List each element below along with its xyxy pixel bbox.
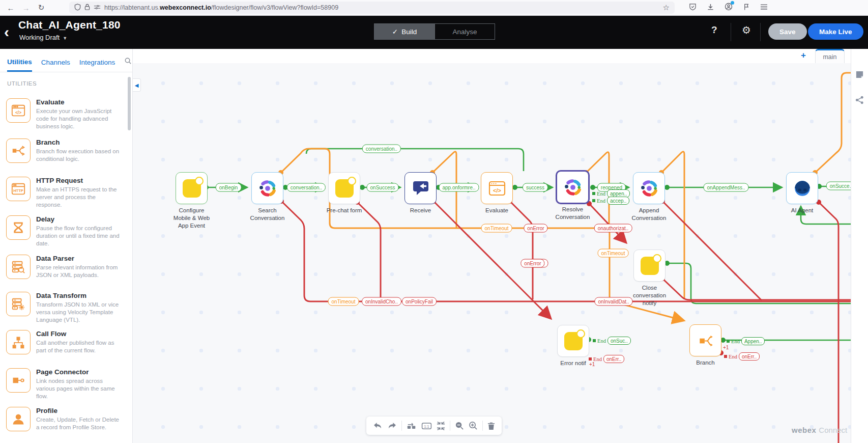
tab-analyse[interactable]: Analyse <box>435 24 495 39</box>
node-error-notif[interactable]: Error notif <box>557 325 589 357</box>
edge-label-onauthorizat[interactable]: onauthorizat.. <box>594 224 632 233</box>
conversation-logo-icon <box>640 179 659 198</box>
item-title: Page Connector <box>36 368 123 376</box>
item-title: HTTP Request <box>36 177 123 184</box>
downloads-icon[interactable] <box>707 3 714 13</box>
browser-back-icon[interactable]: ← <box>3 4 18 12</box>
node-resolve-conversation[interactable]: Resolve Conversation <box>556 170 590 204</box>
palette-item-evaluate[interactable]: </> EvaluateExecute your own JavaScript … <box>6 98 126 130</box>
help-button[interactable]: ? <box>711 24 717 36</box>
end-square-icon <box>724 355 727 358</box>
node-configure-mobile-web-app-event[interactable]: Configure Mobile & Web App Event <box>176 172 208 204</box>
palette-item-branch[interactable]: BranchBranch flow execution based on con… <box>6 139 126 163</box>
edge-label-conversation-top[interactable]: conversation.. <box>362 145 401 153</box>
panel-scrollbar[interactable] <box>128 77 131 130</box>
hourglass-icon <box>6 215 31 240</box>
bookmark-star-icon[interactable]: ☆ <box>663 3 670 12</box>
undo-icon[interactable] <box>373 422 383 430</box>
address-bar[interactable]: https://labtenant.us.webexconnect.io/flo… <box>69 2 675 14</box>
edge-label-onbegin[interactable]: onBegin <box>216 183 242 192</box>
make-live-button[interactable]: Make Live <box>808 23 863 40</box>
tab-integrations[interactable]: Integrations <box>79 59 115 71</box>
save-button[interactable]: Save <box>768 23 807 40</box>
reset-zoom-icon[interactable]: 1:1 <box>421 422 432 430</box>
edge-label-app-onformre[interactable]: app.onformre.. <box>439 183 479 192</box>
node-receive[interactable]: Receive <box>404 172 437 204</box>
back-chevron-icon[interactable]: ‹ <box>4 23 9 41</box>
shield-icon[interactable] <box>74 4 81 12</box>
redo-icon[interactable] <box>387 422 397 430</box>
permissions-icon[interactable] <box>94 4 101 11</box>
edge-label-oninvalidcho[interactable]: onInvalidCho.. <box>362 297 401 306</box>
palette-item-delay[interactable]: DelayPause the flow for configured durat… <box>6 215 126 247</box>
node-ai-agent[interactable]: AI Agent <box>786 172 818 204</box>
header-divider <box>731 23 731 41</box>
edge-label-onerror-mid[interactable]: onError <box>524 224 547 233</box>
server-gear-icon <box>6 292 31 316</box>
node-palette-panel: Utilities Channels Integrations UTILITIE… <box>0 49 133 443</box>
branch-icon <box>697 332 714 349</box>
tab-build[interactable]: ✓Build <box>374 24 435 39</box>
pocket-shield-icon[interactable] <box>689 3 697 13</box>
edge-label-onsucce[interactable]: onSucce.. <box>826 182 851 190</box>
svg-text:</>: </> <box>493 187 501 193</box>
tab-channels[interactable]: Channels <box>41 59 70 71</box>
item-title: Call Flow <box>36 330 123 338</box>
palette-item-profile[interactable]: ProfileCreate, Update, Fetch or Delete a… <box>6 407 126 431</box>
account-icon[interactable] <box>725 3 733 13</box>
edge-label-oninvaliddat[interactable]: onInvalidDat.. <box>594 297 632 306</box>
browser-reload-icon[interactable]: ↻ <box>34 3 49 12</box>
end-square-icon <box>593 339 596 342</box>
item-title: Data Parser <box>36 255 123 262</box>
edge-label-onerror-overlap-front[interactable]: onError <box>520 259 544 268</box>
node-label: Receive <box>388 207 454 214</box>
lock-icon[interactable] <box>84 4 90 12</box>
palette-item-data-parser[interactable]: Data ParserParse relevant information fr… <box>6 255 126 279</box>
node-search-conversation[interactable]: Search Conversation <box>251 172 283 204</box>
edge-label-conversation[interactable]: conversation.. <box>287 183 326 192</box>
node-evaluate[interactable]: </> Evaluate <box>481 172 513 204</box>
node-close-conversation-notify[interactable]: Close conversation notify <box>633 250 666 282</box>
org-chart-icon <box>6 330 31 354</box>
zoom-out-icon[interactable] <box>455 421 464 430</box>
code-window-icon: </> <box>6 98 31 123</box>
fit-to-screen-icon[interactable] <box>437 422 445 430</box>
palette-item-http-request[interactable]: HTTP HTTP RequestMake an HTTPS request t… <box>6 177 126 209</box>
edge-label-onappendmess[interactable]: onAppendMess.. <box>703 183 748 192</box>
item-desc: Make an HTTPS request to the server and … <box>36 186 123 209</box>
browser-action-icons <box>689 3 768 13</box>
delete-trash-icon[interactable] <box>487 422 495 430</box>
edge-label-ontimeout-vert[interactable]: onTimeout <box>598 249 629 258</box>
menu-hamburger-icon[interactable] <box>760 3 768 12</box>
notes-icon[interactable] <box>855 70 864 81</box>
auto-arrange-icon[interactable] <box>407 422 417 430</box>
edge-label-onsuccess[interactable]: onSuccess <box>367 183 399 192</box>
edge-label-ontimeout-low[interactable]: onTimeout <box>328 297 359 306</box>
item-desc: Call another published flow as part of t… <box>36 339 123 354</box>
tab-utilities[interactable]: Utilities <box>7 58 32 72</box>
extensions-icon[interactable] <box>743 3 750 13</box>
notify-icon <box>564 332 583 350</box>
version-dropdown[interactable]: Working Draft▼ <box>19 34 67 41</box>
end-square-icon <box>592 199 595 202</box>
zoom-in-icon[interactable] <box>469 421 478 430</box>
node-branch[interactable]: Branch <box>689 324 721 356</box>
server-search-icon <box>6 255 31 279</box>
palette-item-data-transform[interactable]: Data TransformTransform JSON to XML or v… <box>6 292 126 324</box>
node-pre-chat-form[interactable]: Pre-chat form <box>328 172 360 204</box>
flow-canvas[interactable]: + main ◀ <box>133 49 851 443</box>
share-icon[interactable] <box>855 96 864 106</box>
palette-item-page-connector[interactable]: Page ConnectorLink nodes spread across v… <box>6 368 126 400</box>
settings-gear-icon[interactable]: ⚙ <box>742 24 751 36</box>
palette-item-call-flow[interactable]: Call FlowCall another published flow as … <box>6 330 126 354</box>
caret-down-icon: ▼ <box>63 36 67 41</box>
node-append-conversation[interactable]: Append Conversation <box>633 172 665 204</box>
edge-label-success[interactable]: success <box>523 183 548 192</box>
node-label: AI Agent <box>769 207 835 214</box>
edge-label-ontimeout-mid[interactable]: onTimeout <box>481 224 512 233</box>
flow-connectors <box>133 49 851 443</box>
edge-label-onpolicyfail[interactable]: onPolicyFail <box>402 297 437 306</box>
palette-tabs: Utilities Channels Integrations <box>0 49 132 72</box>
search-icon[interactable] <box>124 57 132 67</box>
browser-forward-icon[interactable]: → <box>18 4 34 12</box>
